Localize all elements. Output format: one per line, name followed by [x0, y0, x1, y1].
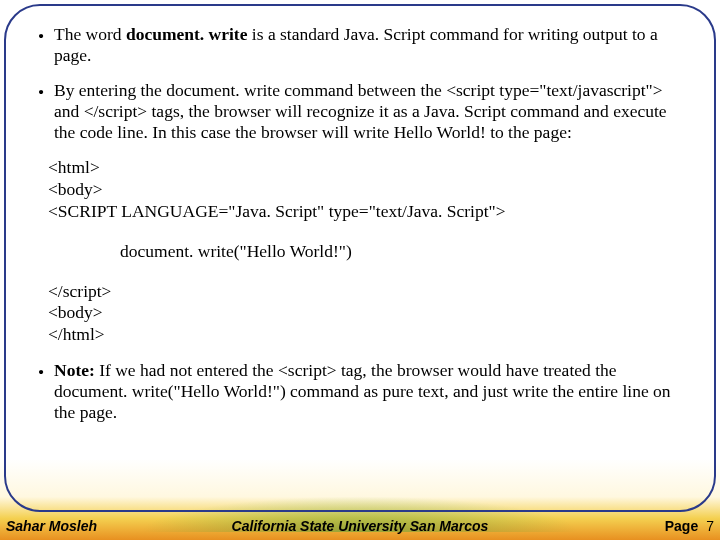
bullet-1: • The word document. write is a standard…: [38, 24, 690, 66]
footer-page: Page7: [665, 518, 714, 534]
slide-footer: Sahar Mosleh California State University…: [0, 512, 720, 540]
code-example: <html> <body> <SCRIPT LANGUAGE="Java. Sc…: [48, 157, 690, 346]
code-line: </html>: [48, 324, 690, 346]
code-line: <html>: [48, 157, 690, 179]
bullet-3-text: Note: If we had not entered the <script>…: [54, 360, 690, 423]
code-line: document. write("Hello World!"): [120, 241, 690, 263]
code-line: </script>: [48, 281, 690, 303]
footer-page-label: Page: [665, 518, 698, 534]
footer-page-number: 7: [706, 518, 714, 534]
bullet-1-pre: The word: [54, 24, 126, 44]
code-line: <body>: [48, 179, 690, 201]
bullet-1-bold: document. write: [126, 24, 248, 44]
bullet-2-text: By entering the document. write command …: [54, 80, 690, 143]
bullet-3-bold: Note:: [54, 360, 95, 380]
code-line: <SCRIPT LANGUAGE="Java. Script" type="te…: [48, 201, 690, 223]
bullet-dot-icon: •: [38, 80, 54, 103]
slide-frame: • The word document. write is a standard…: [4, 4, 716, 512]
bullet-2: • By entering the document. write comman…: [38, 80, 690, 143]
bullet-dot-icon: •: [38, 24, 54, 47]
bullet-dot-icon: •: [38, 360, 54, 383]
bullet-3: • Note: If we had not entered the <scrip…: [38, 360, 690, 423]
bullet-3-post: If we had not entered the <script> tag, …: [54, 360, 671, 422]
footer-institution: California State University San Marcos: [0, 518, 720, 534]
bullet-1-text: The word document. write is a standard J…: [54, 24, 690, 66]
code-line: <body>: [48, 302, 690, 324]
